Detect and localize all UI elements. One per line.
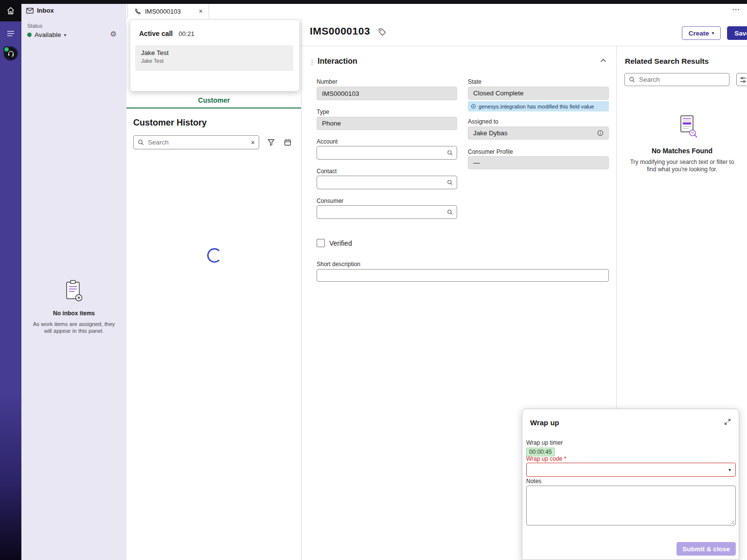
list-menu-button[interactable] — [0, 25, 21, 42]
tab-close-button[interactable]: × — [198, 7, 204, 15]
tag-icon[interactable] — [378, 28, 386, 36]
filter-settings-icon — [740, 76, 747, 83]
inbox-header[interactable]: Inbox — [26, 7, 54, 14]
tab-interaction-record[interactable]: IMS0000103 × — [127, 4, 209, 18]
calendar-icon — [284, 139, 291, 146]
related-search-settings-button[interactable] — [736, 73, 747, 86]
inbox-panel: Inbox Status Available ▾ ⚙ No inbox item… — [21, 0, 126, 560]
integration-icon — [471, 104, 476, 109]
rail-home-area — [0, 0, 21, 21]
inbox-title: Inbox — [37, 7, 54, 14]
inbox-empty-text: As work items are assigned, they will ap… — [30, 321, 118, 334]
chevron-down-icon: ▾ — [729, 467, 731, 472]
create-label: Create — [689, 30, 709, 37]
no-matches-illustration — [676, 114, 698, 138]
submit-close-button[interactable]: Submit & close — [676, 542, 736, 556]
related-search-title: Related Search Results — [625, 57, 709, 66]
history-date-button[interactable] — [283, 138, 292, 147]
assigned-to-field: Jake Dybas — [468, 126, 609, 140]
create-button[interactable]: Create ▾ — [682, 26, 721, 40]
presence-dot — [3, 46, 10, 53]
notes-label: Notes — [526, 478, 541, 485]
customer-history-search: × — [133, 135, 259, 149]
assigned-to-value: Jake Dybas — [473, 129, 508, 137]
search-clear-button[interactable]: × — [251, 139, 255, 146]
info-icon[interactable] — [597, 130, 604, 136]
verified-row: Verified — [317, 239, 352, 247]
wrapup-code-select[interactable]: ▾ — [526, 463, 736, 477]
caller-name: Jake Test — [141, 49, 287, 56]
chevron-down-icon: ▾ — [64, 33, 67, 37]
customer-history-search-input[interactable] — [147, 138, 248, 146]
search-icon — [447, 150, 453, 156]
clear-icon: × — [251, 139, 255, 146]
wrapup-dialog: Wrap up Wrap up timer 00:00:45 Wrap up c… — [522, 409, 739, 560]
number-field: IMS0000103 — [317, 87, 457, 100]
related-search-input[interactable] — [638, 75, 725, 84]
caller-subname: Jake Test — [141, 58, 287, 64]
search-icon — [629, 76, 635, 83]
active-call-card: Active call 00:21 Jake Test Jake Test — [130, 19, 300, 91]
caller-row[interactable]: Jake Test Jake Test — [135, 45, 293, 71]
loading-spinner — [207, 248, 222, 263]
section-collapse-button[interactable] — [597, 58, 609, 63]
verified-label: Verified — [329, 239, 352, 247]
field-modified-text: genesys.integration has modified this fi… — [479, 104, 594, 109]
save-button[interactable]: Save — [727, 26, 747, 40]
state-field: Closed Complete — [468, 87, 609, 100]
inbox-empty-title: No inbox items — [21, 310, 126, 317]
field-modified-banner: genesys.integration has modified this fi… — [468, 101, 609, 111]
active-call-header: Active call 00:21 — [139, 30, 195, 37]
expand-icon — [724, 418, 731, 425]
more-options-button[interactable]: ⋯ — [731, 4, 741, 15]
tab-label: IMS0000103 — [145, 8, 181, 15]
verified-checkbox[interactable] — [317, 239, 325, 247]
envelope-icon — [26, 8, 34, 14]
list-icon — [7, 30, 15, 37]
ellipsis-icon: ⋯ — [732, 5, 740, 14]
availability-dropdown[interactable]: Available ▾ — [27, 31, 66, 38]
consumer-profile-label: Consumer Profile — [468, 148, 609, 155]
consumer-input[interactable] — [321, 208, 444, 217]
number-label: Number — [317, 78, 457, 85]
phone-icon — [135, 8, 141, 15]
consumer-field — [317, 205, 457, 219]
active-call-label: Active call — [139, 30, 173, 37]
home-icon — [6, 6, 15, 15]
gear-icon: ⚙ — [110, 30, 117, 38]
available-status-dot — [27, 33, 32, 37]
tab-customer[interactable]: Customer — [126, 96, 302, 104]
drag-handle-icon[interactable]: ⋮ — [309, 58, 315, 66]
state-label: State — [468, 78, 609, 85]
wrapup-code-label-text: Wrap up code — [526, 455, 563, 462]
call-timer: 00:21 — [178, 30, 195, 37]
contact-input[interactable] — [321, 179, 444, 187]
history-filter-button[interactable] — [267, 138, 276, 147]
edge-rail — [0, 0, 21, 560]
notes-textarea[interactable] — [526, 486, 736, 525]
short-description-label: Short description — [317, 261, 360, 268]
agent-avatar[interactable] — [3, 46, 18, 61]
home-button[interactable] — [0, 2, 21, 19]
consumer-profile-field: — — [468, 156, 609, 169]
account-input[interactable] — [321, 149, 444, 157]
contact-field — [317, 176, 457, 189]
tab-bar: IMS0000103 × ⋯ — [126, 4, 747, 18]
search-icon — [447, 180, 453, 185]
required-mark: * — [564, 455, 567, 462]
type-label: Type — [317, 108, 457, 115]
short-description-input[interactable] — [317, 269, 609, 282]
close-icon: × — [199, 7, 203, 15]
customer-panel: Active call 00:21 Jake Test Jake Test Cu… — [126, 18, 302, 560]
chevron-up-icon — [600, 58, 606, 63]
wrapup-title: Wrap up — [530, 418, 559, 427]
related-search-box — [624, 73, 729, 86]
no-matches-title: No Matches Found — [617, 147, 747, 155]
chevron-down-icon: ▾ — [712, 31, 714, 36]
expand-dialog-button[interactable] — [724, 418, 731, 425]
wrapup-code-label: Wrap up code* — [526, 455, 567, 462]
customer-tab-underline — [126, 108, 301, 108]
record-title: IMS0000103 — [310, 25, 370, 37]
search-icon — [447, 209, 453, 215]
inbox-settings-button[interactable]: ⚙ — [109, 29, 118, 39]
